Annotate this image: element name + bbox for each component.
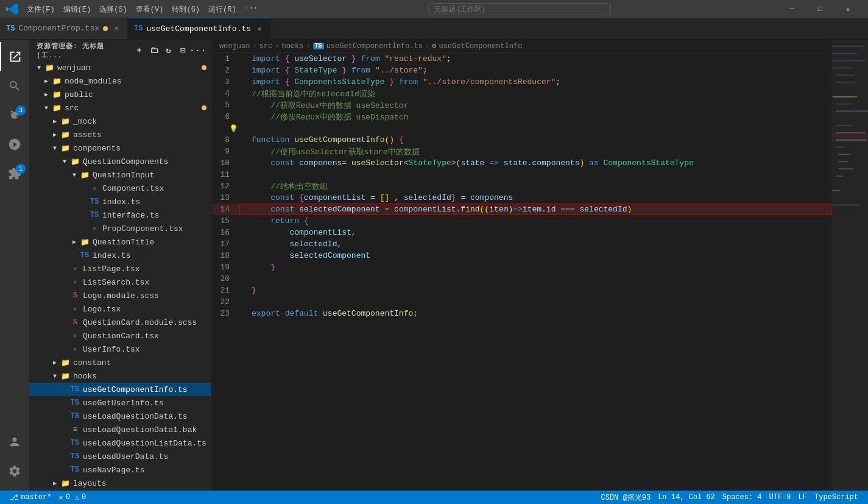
source-control-icon[interactable]: 3 <box>0 101 29 130</box>
menu-select[interactable]: 选择(S) <box>96 3 131 16</box>
sidebar-item-listpage[interactable]: ▶ ⚛ ListPage.tsx <box>29 262 211 275</box>
sidebar-item-useloadquestiondata1-bak[interactable]: ▶ ≡ useLoadQuestionData1.bak <box>29 423 211 436</box>
explorer-icon[interactable] <box>0 42 29 71</box>
sidebar-item-questioninput[interactable]: ▼ 📁 QuestionInput <box>29 168 211 182</box>
menu-view[interactable]: 查看(V) <box>132 3 168 16</box>
sidebar-item-questioncard-module-scss[interactable]: ▶ S QuestionCard.module.scss <box>29 316 211 329</box>
breadcrumb-src[interactable]: src <box>259 42 273 51</box>
new-file-icon[interactable]: + <box>133 44 146 57</box>
error-status[interactable]: ✕ 0 ⚠ 0 <box>55 491 90 504</box>
tab-label: useGetComponentInfo.ts <box>146 24 251 34</box>
line-ending[interactable]: LF <box>795 491 811 504</box>
menu-goto[interactable]: 转到(G) <box>168 3 203 16</box>
sidebar-item-propcomponent-tsx[interactable]: ▶ ⚛ PropComponent.tsx <box>29 222 211 235</box>
code-line[interactable]: export default useGetComponentInfo; <box>239 308 831 319</box>
sidebar-item-logo-module-scss[interactable]: ▶ S Logo.module.scss <box>29 289 211 302</box>
tab-close-button[interactable]: ✕ <box>111 24 121 34</box>
menu-more[interactable]: ··· <box>241 3 262 16</box>
sidebar-item-logo-tsx[interactable]: ▶ ⚛ Logo.tsx <box>29 302 211 316</box>
code-line[interactable]: const componens= useSelector<StateType>(… <box>239 157 831 169</box>
indentation[interactable]: Spaces: 4 <box>719 491 766 504</box>
code-line[interactable]: //结构出空数组 <box>239 180 831 192</box>
more-actions-icon[interactable]: ··· <box>192 44 204 57</box>
lightbulb-icon[interactable]: 💡 <box>229 124 238 133</box>
sidebar-item-wenjuan[interactable]: ▼ 📁 wenjuan <box>29 61 211 74</box>
collapse-all-icon[interactable]: ⊟ <box>177 44 189 57</box>
sidebar-item-public[interactable]: ▶ 📁 public <box>29 88 211 101</box>
account-icon[interactable] <box>0 427 29 456</box>
code-line[interactable]: componentList, <box>239 227 831 238</box>
sidebar-item-src[interactable]: ▼ 📁 src <box>29 101 211 115</box>
sidebar-item-useloadquestionlistdata-ts[interactable]: ▶ TS useLoadQuestionListData.ts <box>29 436 211 450</box>
code-line[interactable]: } <box>239 261 831 273</box>
sidebar-item-_mock[interactable]: ▶ 📁 _mock <box>29 115 211 128</box>
tab-close-button[interactable]: ✕ <box>255 24 264 34</box>
settings-icon[interactable] <box>0 456 29 486</box>
breadcrumb-filename[interactable]: useGetComponentInfo.ts <box>326 42 423 51</box>
code-line[interactable]: return { <box>239 215 831 227</box>
table-row: 4 //根据当前选中的selecedId渲染 <box>212 88 831 99</box>
sidebar-item-questiontitle[interactable]: ▶ 📁 QuestionTitle <box>29 235 211 249</box>
code-line[interactable] <box>239 273 831 285</box>
breadcrumb-hooks[interactable]: hooks <box>281 42 303 51</box>
new-folder-icon[interactable]: 🗀 <box>148 44 160 57</box>
sidebar-item-usegetuserinfo-ts[interactable]: ▶ TS useGetUserInfo.ts <box>29 396 211 410</box>
search-icon[interactable] <box>0 71 29 101</box>
sidebar-item-constant[interactable]: ▶ 📁 constant <box>29 356 211 369</box>
code-line[interactable]: selectedComponent <box>239 250 831 261</box>
sidebar-item-index-ts[interactable]: ▶ TS index.ts <box>29 195 211 208</box>
extensions-icon[interactable]: 1 <box>0 159 29 188</box>
code-line[interactable]: import { StateType } from "../store"; <box>239 65 831 76</box>
encoding[interactable]: UTF-8 <box>766 491 795 504</box>
code-line[interactable]: } <box>239 285 831 296</box>
code-line[interactable]: //根据当前选中的selecedId渲染 <box>239 88 831 99</box>
sidebar-item-index2-ts[interactable]: ▶ TS index.ts <box>29 249 211 262</box>
language-mode[interactable]: TypeScript <box>811 491 862 504</box>
close-button[interactable]: ✕ <box>834 0 862 18</box>
code-line[interactable]: //获取Redux中的数据 useSelector <box>239 99 831 111</box>
breadcrumb-function[interactable]: useGetComponentInfo <box>439 42 523 51</box>
sidebar-item-usegetcomponentinfo-ts[interactable]: ▶ TS useGetComponentInfo.ts <box>29 383 211 396</box>
tab-componentprop[interactable]: TS ComponentProp.tsx ✕ <box>0 18 128 39</box>
title-search-input[interactable] <box>428 3 611 15</box>
minimize-button[interactable]: ─ <box>778 0 806 18</box>
sidebar-item-component-tsx[interactable]: ▶ ⚛ Component.tsx <box>29 182 211 195</box>
sidebar-item-useloadquestiondata-ts[interactable]: ▶ TS useLoadQuestionData.ts <box>29 410 211 423</box>
code-line[interactable] <box>239 122 831 134</box>
sidebar-item-listsearch[interactable]: ▶ ⚛ ListSearch.tsx <box>29 275 211 289</box>
sidebar-item-questioncomponents[interactable]: ▼ 📁 QuestionComponents <box>29 155 211 168</box>
code-line[interactable]: import { useSelector } from "react-redux… <box>239 53 831 65</box>
code-line[interactable] <box>239 296 831 308</box>
sidebar-item-usenavpage-ts[interactable]: ▶ TS useNavPage.ts <box>29 463 211 477</box>
sidebar-item-useloaduserdata-ts[interactable]: ▶ TS useLoadUserData.ts <box>29 450 211 463</box>
code-line[interactable]: const selectedComponent = componentList.… <box>239 204 831 215</box>
sidebar-item-interface-ts[interactable]: ▶ TS interface.ts <box>29 208 211 222</box>
code-line[interactable]: //修改Redux中的数据 useDispatch <box>239 111 831 122</box>
sidebar-item-userinfo-tsx[interactable]: ▶ ⚛ UserInfo.tsx <box>29 343 211 356</box>
breadcrumb-symbol[interactable]: ⊙ <box>432 41 436 51</box>
file-label: QuestionCard.module.scss <box>83 318 206 327</box>
menu-run[interactable]: 运行(R) <box>205 3 240 16</box>
menu-edit[interactable]: 编辑(E) <box>60 3 95 16</box>
git-branch-status[interactable]: ⎇ master* <box>6 491 55 504</box>
maximize-button[interactable]: □ <box>806 0 834 18</box>
code-line[interactable]: const {componentList = [] , selectedId} … <box>239 192 831 204</box>
refresh-icon[interactable]: ↻ <box>163 44 175 57</box>
code-line[interactable]: import { ComponentsStateType } from "../… <box>239 76 831 88</box>
sidebar-item-components[interactable]: ▼ 📁 components <box>29 141 211 155</box>
sidebar-item-hooks[interactable]: ▼ 📁 hooks <box>29 369 211 383</box>
sidebar-item-node_modules[interactable]: ▶ 📁 node_modules <box>29 74 211 88</box>
tab-usegetcomponentinfo[interactable]: TS useGetComponentInfo.ts ✕ <box>128 18 271 39</box>
breadcrumb-wenjuan[interactable]: wenjuan <box>219 42 250 51</box>
run-debug-icon[interactable] <box>0 130 29 159</box>
code-line[interactable] <box>239 169 831 180</box>
code-editor[interactable]: 1 import { useSelector } from "react-red… <box>212 53 831 491</box>
sidebar-item-questioncard-tsx[interactable]: ▶ ⚛ QuestionCard.tsx <box>29 329 211 343</box>
code-line[interactable]: function useGetComponentInfo() { <box>239 134 831 146</box>
code-line[interactable]: //使用useSelector获取store中的数据 <box>239 146 831 157</box>
menu-file[interactable]: 文件(F) <box>23 3 58 16</box>
code-line[interactable]: selectedId, <box>239 238 831 250</box>
sidebar-item-assets[interactable]: ▶ 📁 assets <box>29 128 211 141</box>
sidebar-item-layouts[interactable]: ▶ 📁 layouts <box>29 477 211 490</box>
cursor-position[interactable]: Ln 14, Col 62 <box>654 491 719 504</box>
